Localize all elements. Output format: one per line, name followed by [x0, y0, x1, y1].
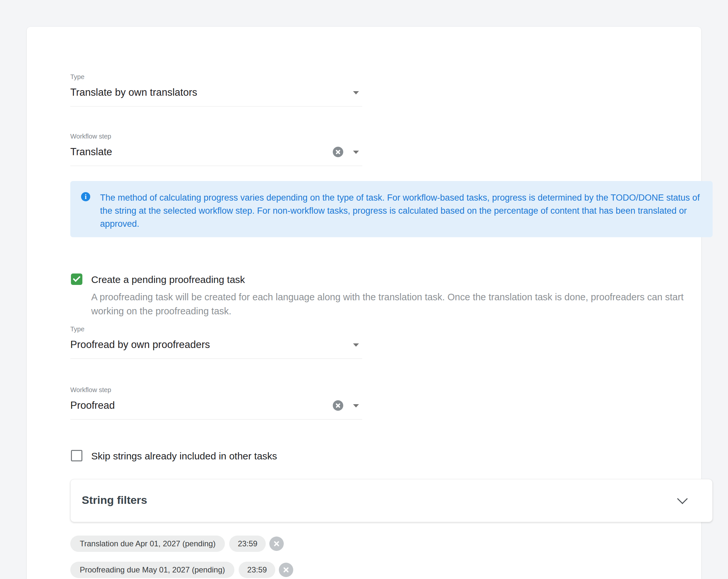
proofread-type-value: Proofread by own proofreaders: [70, 339, 210, 350]
translation-workflow-step-value-row: Translate: [70, 145, 362, 160]
proofread-type-select[interactable]: Type Proofread by own proofreaders: [70, 325, 362, 359]
proofreading-checkbox-label: Create a pending proofreading task: [91, 274, 245, 285]
progress-info-text: The method of calculating progress varie…: [100, 191, 705, 230]
translation-due-chip[interactable]: Translation due Apr 01, 2027 (pending): [70, 535, 225, 552]
progress-info-alert: i The method of calculating progress var…: [70, 181, 712, 237]
task-form-card: Type Translate by own translators Workfl…: [27, 27, 701, 579]
proofread-workflow-step-select[interactable]: Workflow step Proofread: [70, 386, 362, 419]
proofreading-due-time-chip[interactable]: 23:59: [239, 562, 275, 578]
translation-workflow-step-label: Workflow step: [70, 132, 362, 141]
proofread-type-value-row: Proofread by own proofreaders: [70, 337, 362, 353]
clear-icon[interactable]: [333, 147, 343, 157]
proofreading-checkbox[interactable]: [71, 274, 82, 285]
chevron-down-icon[interactable]: [353, 91, 359, 94]
proofreading-due-chip[interactable]: Proofreading due May 01, 2027 (pending): [70, 562, 234, 578]
string-filters-expander[interactable]: String filters: [70, 479, 712, 522]
translation-type-label: Type: [70, 73, 362, 81]
translation-type-value: Translate by own translators: [70, 87, 197, 98]
translation-due-chip-row: Translation due Apr 01, 2027 (pending) 2…: [70, 535, 284, 552]
clear-icon[interactable]: [333, 400, 343, 411]
chevron-down-icon[interactable]: [353, 150, 359, 154]
proofread-workflow-step-value-row: Proofread: [70, 398, 362, 414]
proofread-workflow-step-value: Proofread: [70, 399, 115, 411]
chevron-down-icon[interactable]: [677, 493, 688, 504]
chevron-down-icon[interactable]: [353, 343, 359, 347]
remove-icon[interactable]: [279, 563, 293, 577]
skip-strings-checkbox-label: Skip strings already included in other t…: [91, 450, 277, 462]
proofreading-due-chip-row: Proofreading due May 01, 2027 (pending) …: [70, 562, 293, 578]
proofread-type-label: Type: [70, 325, 362, 334]
proofreading-checkbox-description: A proofreading task will be created for …: [91, 290, 709, 318]
chevron-down-icon[interactable]: [353, 404, 359, 408]
translation-workflow-step-value: Translate: [70, 146, 112, 158]
translation-workflow-step-select[interactable]: Workflow step Translate: [70, 132, 362, 166]
translation-type-select[interactable]: Type Translate by own translators: [70, 73, 362, 107]
proofread-workflow-step-label: Workflow step: [70, 386, 362, 394]
translation-due-time-chip[interactable]: 23:59: [229, 535, 266, 552]
string-filters-title: String filters: [82, 494, 147, 506]
translation-type-value-row: Translate by own translators: [70, 85, 362, 101]
info-icon: i: [81, 192, 90, 201]
skip-strings-checkbox[interactable]: [71, 450, 82, 461]
remove-icon[interactable]: [269, 536, 284, 551]
